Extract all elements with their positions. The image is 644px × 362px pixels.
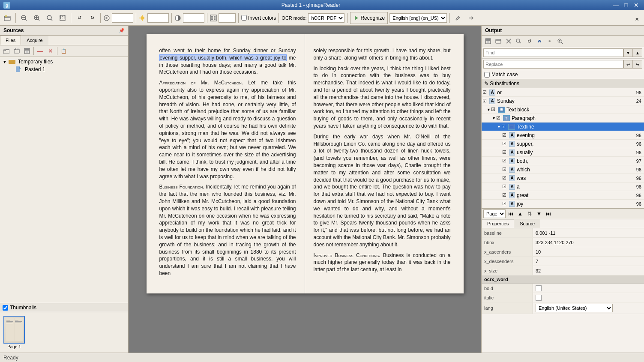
recognize-button[interactable]: Recognize <box>350 12 388 24</box>
sources-delete-button[interactable]: — <box>36 46 45 56</box>
sources-paste-button[interactable]: 📋 <box>59 46 69 56</box>
svg-rect-36 <box>26 51 28 53</box>
edit-button[interactable] <box>452 12 464 24</box>
italic-checkbox[interactable] <box>536 295 542 301</box>
tree-item-a[interactable]: ☑ A a 96 <box>482 182 644 191</box>
ocr-mode-select[interactable]: hOCR, PDF <box>308 13 344 23</box>
props-tabs: Properties Source <box>482 219 644 228</box>
sources-pin-button[interactable]: 📌 <box>119 28 125 33</box>
svg-rect-1 <box>5 15 7 17</box>
sources-save-button[interactable] <box>22 46 32 56</box>
tab-files[interactable]: Files <box>0 36 21 45</box>
tree-item-which[interactable]: ☑ A which 96 <box>482 165 644 174</box>
nav-first-button[interactable]: ⏮ <box>506 209 515 218</box>
sources-open-button[interactable] <box>12 46 21 56</box>
nav-next-button[interactable]: ▼ <box>535 209 543 218</box>
tree-item-textline[interactable]: ▼ ☑ — Textline <box>482 123 644 131</box>
extra-button[interactable] <box>465 12 476 24</box>
close-pane-button[interactable]: ✕ <box>631 13 642 25</box>
rotate-left-button[interactable]: ↺ <box>74 12 85 24</box>
lang-dropdown[interactable]: English (United States) <box>536 304 613 312</box>
match-case-checkbox[interactable] <box>484 72 490 78</box>
word-icon: A <box>489 90 495 96</box>
tree-item-paragraph[interactable]: ▼ ☑ ¶ Paragraph <box>482 114 644 123</box>
thumbnails-checkbox[interactable] <box>3 305 8 311</box>
tree-item-pasted[interactable]: Pasted 1 <box>1 66 127 73</box>
output-save-button[interactable] <box>483 36 493 46</box>
separator-4 <box>136 13 136 23</box>
output-open-button[interactable] <box>494 36 503 46</box>
thumbnails-section: Thumbnails Page 1 <box>0 303 128 353</box>
status-text: Ready <box>3 355 18 361</box>
replace-all-btn[interactable]: ↬ <box>633 60 642 69</box>
tree-item-evening[interactable]: ☑ A evening 96 <box>482 131 644 140</box>
prop-bold: bold <box>482 284 644 293</box>
sources-panel: Sources 📌 Files Acquire — ✕ 📋 ▼ <box>0 26 129 353</box>
bold-checkbox[interactable] <box>536 285 542 291</box>
find-next-button[interactable]: ▲ <box>633 48 642 57</box>
output-word-button[interactable]: W <box>535 36 544 46</box>
thumbnail-page1[interactable]: Page 1 <box>3 316 25 349</box>
output-find-replace-button[interactable] <box>514 36 524 46</box>
tab-properties[interactable]: Properties <box>482 219 514 228</box>
find-prev-button[interactable]: ▼ <box>623 48 633 57</box>
doc-para-1: often went to their home for Sunday dinn… <box>159 47 296 76</box>
tree-item-sunday[interactable]: ☑ A Sunday 24 <box>482 97 644 105</box>
main-toolbar: 1:1 ↺ ↻ 0.0 0 0 100 Invert colors OCR mo… <box>0 10 644 26</box>
separator-2 <box>71 13 71 23</box>
nav-last-button[interactable]: ⏭ <box>544 209 553 218</box>
nav-prev-button[interactable]: ▲ <box>516 209 524 218</box>
sources-tabs: Files Acquire <box>0 36 128 45</box>
tree-item-both[interactable]: ☑ A both, 97 <box>482 157 644 165</box>
page-select[interactable]: Page <box>483 209 506 218</box>
close-button[interactable]: ✕ <box>632 1 641 9</box>
svg-rect-23 <box>211 16 213 18</box>
bottom-panel: Page ⏮ ▲ ⇅ ▼ ⏭ Properties Source baselin… <box>482 208 644 314</box>
tree-item-temp[interactable]: ▼ Temporary files <box>1 58 127 66</box>
tree-item-supper[interactable]: ☑ A supper, 96 <box>482 140 644 148</box>
document-viewer[interactable]: often went to their home for Sunday dinn… <box>129 26 481 353</box>
tab-acquire[interactable]: Acquire <box>21 36 48 45</box>
tab-source[interactable]: Source <box>514 219 540 228</box>
thumbnails-header[interactable]: Thumbnails <box>0 303 128 312</box>
replace-btn[interactable]: ↩ <box>623 60 633 69</box>
sources-clear-button[interactable]: ✕ <box>46 46 55 56</box>
tree-item-was[interactable]: ☑ A was 96 <box>482 174 644 182</box>
output-clear-button[interactable] <box>504 36 513 46</box>
svg-rect-50 <box>486 39 490 41</box>
thumbnail-grid: Page 1 <box>0 312 128 353</box>
maximize-button[interactable]: □ <box>622 1 630 9</box>
resolution-input[interactable]: 100 <box>219 13 236 23</box>
zoom-in-button[interactable] <box>31 12 42 24</box>
zoom-value-input[interactable]: 0.0 <box>112 13 133 23</box>
minimize-button[interactable]: — <box>611 1 620 9</box>
zoom-out-button[interactable] <box>18 12 30 24</box>
open-button[interactable] <box>2 12 13 24</box>
tree-item-or[interactable]: ☑ A or 96 <box>482 88 644 97</box>
resolution-icon <box>210 15 217 21</box>
tree-item-textblock[interactable]: ▼ ☑ ⊞ Text block <box>482 105 644 114</box>
invert-label[interactable]: Invert colors <box>241 15 276 21</box>
invert-checkbox[interactable] <box>241 15 247 21</box>
output-copy-button[interactable]: ≈ <box>545 36 554 46</box>
title-bar: g Pasted 1 - gImageReader — □ ✕ <box>0 0 644 10</box>
svg-text:1:1: 1:1 <box>59 15 66 21</box>
rotate-right-button[interactable]: ↻ <box>87 12 98 24</box>
zoom-orig-button[interactable]: 1:1 <box>57 12 68 24</box>
contrast-input[interactable]: 0 <box>183 13 204 23</box>
separator-7 <box>238 13 239 23</box>
output-undo-button[interactable]: ↺ <box>524 36 534 46</box>
lang-select[interactable]: English [eng] (en_US) <box>389 13 447 23</box>
tree-item-joy[interactable]: ☑ A joy 96 <box>482 200 644 208</box>
bottom-toolbar: Page ⏮ ▲ ⇅ ▼ ⏭ <box>482 209 644 219</box>
tree-item-great[interactable]: ☑ A great 96 <box>482 191 644 200</box>
nav-arrows-button[interactable]: ⇅ <box>525 209 534 218</box>
output-zoom-button[interactable] <box>555 36 565 46</box>
sources-folder-button[interactable] <box>2 46 11 56</box>
replace-input[interactable] <box>483 60 623 69</box>
zoom-fit-button[interactable] <box>44 12 55 24</box>
tree-item-usually[interactable]: ☑ A usually 96 <box>482 148 644 157</box>
brightness-input[interactable]: 0 <box>147 13 169 23</box>
word-icon-usually: A <box>509 150 515 156</box>
find-input[interactable] <box>483 48 623 57</box>
